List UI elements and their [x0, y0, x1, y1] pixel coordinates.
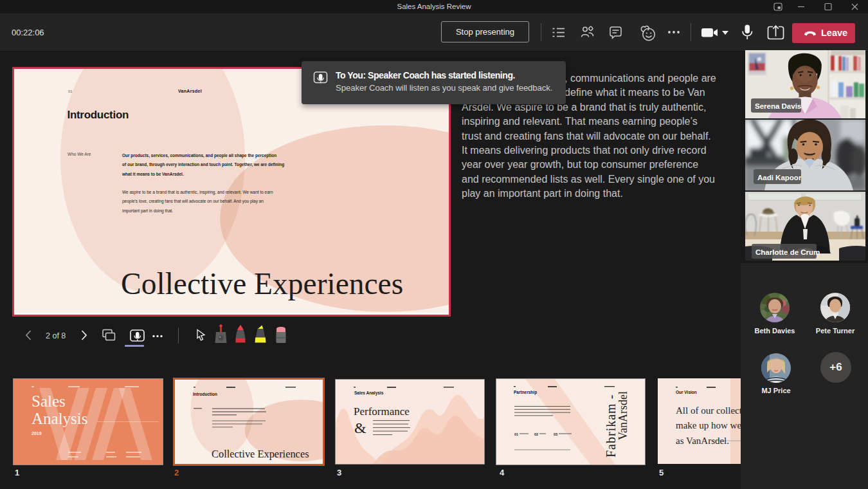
svg-text:03: 03 — [554, 432, 557, 436]
svg-text:01: 01 — [514, 432, 518, 436]
svg-text:Aadi Kapoor: Aadi Kapoor — [757, 174, 802, 181]
svg-text:Charlotte de Crum: Charlotte de Crum — [755, 248, 820, 256]
svg-text:VanArsdel: VanArsdel — [617, 391, 629, 440]
svg-text:Serena Davis: Serena Davis — [755, 102, 801, 110]
svg-text:Fabrikam -: Fabrikam - — [604, 394, 618, 457]
svg-text:02: 02 — [534, 432, 538, 436]
